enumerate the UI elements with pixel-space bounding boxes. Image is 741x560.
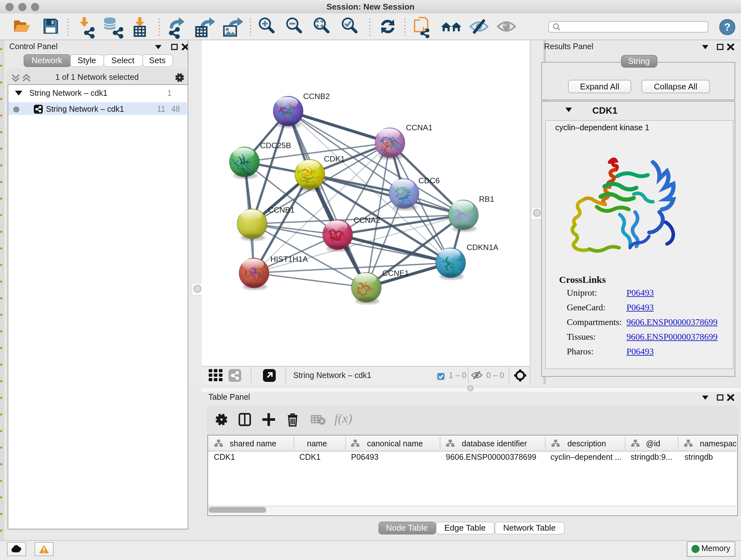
svg-text:CCNA2: CCNA2 [354,216,380,225]
svg-text:CCNE1: CCNE1 [382,269,409,277]
svg-text:CDK1: CDK1 [324,154,345,163]
svg-text:HIST1H1A: HIST1H1A [270,255,308,263]
svg-text:CCNA1: CCNA1 [406,123,432,132]
svg-text:RB1: RB1 [479,195,494,203]
svg-text:CCNB2: CCNB2 [303,92,330,101]
svg-text:CDC25B: CDC25B [260,141,291,150]
svg-text:CDC6: CDC6 [418,176,440,185]
svg-text:CDKN1A: CDKN1A [467,243,498,252]
svg-text:CCNB1: CCNB1 [268,206,294,214]
